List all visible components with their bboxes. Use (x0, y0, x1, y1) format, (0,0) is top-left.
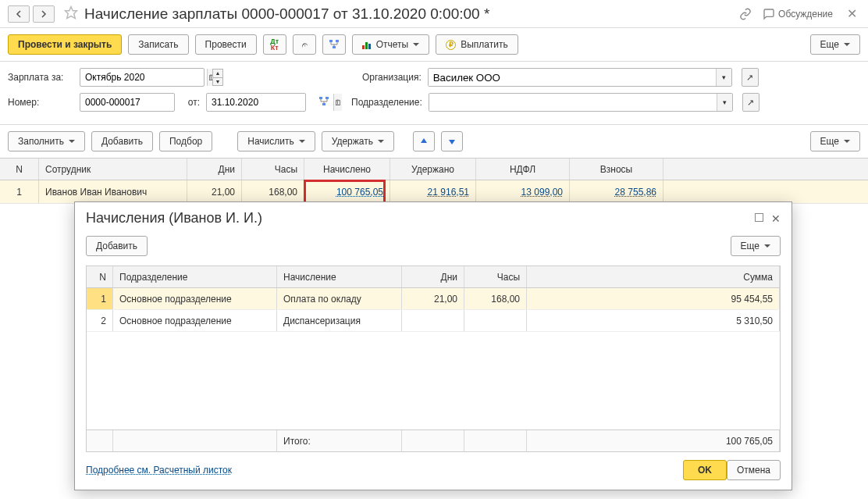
pick-button[interactable]: Подбор (159, 131, 212, 151)
payslip-link[interactable]: Подробнее см. Расчетный листок (86, 465, 232, 476)
popup-close-button[interactable]: ✕ (771, 212, 781, 225)
accrued-link[interactable]: 100 765,05 (336, 187, 383, 198)
num-label: Номер: (8, 97, 73, 108)
pay-button[interactable]: ₽ Выплатить (436, 34, 518, 55)
dept-input[interactable] (429, 94, 717, 111)
dcol-dept[interactable]: Подразделение (113, 266, 277, 287)
popup-more-button[interactable]: Еще (731, 236, 781, 256)
svg-rect-3 (333, 46, 336, 48)
ndfl-link[interactable]: 13 099,00 (521, 187, 563, 198)
col-employee[interactable]: Сотрудник (39, 159, 187, 180)
col-hours[interactable]: Часы (242, 159, 304, 180)
dcol-hours[interactable]: Часы (464, 266, 527, 287)
popup-add-button[interactable]: Добавить (86, 236, 148, 256)
command-bar: Провести и закрыть Записать Провести ДтК… (0, 28, 868, 62)
cell-n: 1 (0, 180, 39, 203)
link-icon[interactable] (739, 8, 752, 20)
cell-accrued[interactable]: 100 765,05 (304, 180, 390, 203)
salary-for-label: Зарплата за: (8, 72, 73, 83)
total-label: Итого: (277, 430, 402, 451)
dcol-n[interactable]: N (87, 266, 113, 287)
attach-button[interactable]: 𝄐 (293, 34, 316, 55)
table-row[interactable]: 1 Иванов Иван Иванович 21,00 168,00 100 … (0, 180, 868, 204)
cell-days: 21,00 (187, 180, 242, 203)
save-button[interactable]: Записать (128, 34, 188, 55)
ok-button[interactable]: OK (683, 460, 727, 480)
col-contrib[interactable]: Взносы (570, 159, 663, 180)
salary-for-input[interactable] (80, 69, 207, 86)
cell-ndfl[interactable]: 13 099,00 (476, 180, 570, 203)
dtkt-icon: ДтКт (270, 38, 279, 51)
pay-label: Выплатить (461, 39, 508, 50)
add-button[interactable]: Добавить (91, 131, 153, 151)
cancel-button[interactable]: Отмена (727, 460, 781, 480)
details-footer: Итого: 100 765,05 (87, 429, 780, 451)
ruble-icon: ₽ (446, 40, 456, 50)
dcol-sum[interactable]: Сумма (527, 266, 780, 287)
details-table: N Подразделение Начисление Дни Часы Сумм… (86, 266, 781, 452)
col-days[interactable]: Дни (187, 159, 242, 180)
svg-marker-0 (66, 7, 77, 19)
col-n[interactable]: N (0, 159, 39, 180)
form-fields: Зарплата за: 🗓 ▲▼ Организация: ▾ ↗ Номер… (0, 62, 868, 125)
popup-title: Начисления (Иванов И. И.) (86, 210, 755, 226)
dtkt-button[interactable]: ДтКт (263, 34, 286, 55)
dept-icon (318, 96, 329, 109)
title-bar: Начисление зарплаты 0000-000017 от 31.10… (0, 0, 868, 28)
post-and-close-button[interactable]: Провести и закрыть (8, 34, 122, 55)
move-down-button[interactable] (441, 131, 463, 151)
col-deducted[interactable]: Удержано (390, 159, 476, 180)
month-stepper[interactable]: ▲▼ (212, 69, 223, 86)
move-up-button[interactable] (413, 131, 435, 151)
tree-icon (329, 39, 340, 50)
contrib-link[interactable]: 28 755,86 (615, 187, 656, 198)
forward-button[interactable] (33, 5, 55, 23)
reports-label: Отчеты (376, 39, 408, 50)
col-accrued[interactable]: Начислено (304, 159, 390, 180)
cell-deducted[interactable]: 21 916,51 (390, 180, 476, 203)
page-title: Начисление зарплаты 0000-000017 от 31.10… (84, 5, 739, 23)
details-row[interactable]: 2 Основное подразделение Диспансеризация… (87, 310, 780, 332)
deducted-link[interactable]: 21 916,51 (428, 187, 469, 198)
chart-icon (362, 40, 372, 49)
svg-rect-1 (329, 40, 333, 42)
back-button[interactable] (8, 5, 30, 23)
chevron-down-icon[interactable]: ▾ (716, 69, 731, 86)
discuss-link[interactable]: Обсуждение (763, 8, 833, 20)
table-header: N Сотрудник Дни Часы Начислено Удержано … (0, 159, 868, 180)
paperclip-icon: 𝄐 (299, 37, 309, 52)
more-button[interactable]: Еще (810, 34, 860, 55)
details-row[interactable]: 1 Основное подразделение Оплата по оклад… (87, 288, 780, 310)
table-more-button[interactable]: Еще (810, 131, 860, 151)
svg-rect-5 (326, 97, 329, 99)
open-dept-button[interactable]: ↗ (742, 93, 760, 112)
close-icon[interactable]: ✕ (844, 6, 860, 21)
chevron-down-icon[interactable]: ▾ (717, 94, 732, 111)
favorite-icon[interactable] (64, 5, 78, 22)
dcol-days[interactable]: Дни (402, 266, 464, 287)
org-select[interactable]: ▾ (428, 68, 732, 87)
dept-select[interactable]: ▾ (429, 93, 733, 112)
dcol-accrual[interactable]: Начисление (277, 266, 402, 287)
reports-button[interactable]: Отчеты (352, 34, 429, 55)
maximize-button[interactable] (755, 213, 763, 224)
total-value: 100 765,05 (527, 430, 780, 451)
fill-button[interactable]: Заполнить (8, 131, 85, 151)
dept-label: Подразделение: (336, 97, 422, 108)
svg-rect-2 (336, 40, 339, 42)
post-button[interactable]: Провести (195, 34, 257, 55)
col-ndfl[interactable]: НДФЛ (476, 159, 570, 180)
org-input[interactable] (429, 69, 716, 86)
accrue-button[interactable]: Начислить (237, 131, 315, 151)
discuss-label: Обсуждение (778, 9, 833, 20)
svg-rect-4 (319, 97, 322, 99)
open-org-button[interactable]: ↗ (742, 68, 759, 87)
cell-hours: 168,00 (242, 180, 304, 203)
date-label: от: (181, 97, 200, 108)
more-label: Еще (820, 39, 839, 50)
date-input[interactable] (207, 94, 333, 111)
org-label: Организация: (347, 72, 422, 83)
deduct-button[interactable]: Удержать (322, 131, 394, 151)
cell-contrib[interactable]: 28 755,86 (570, 180, 663, 203)
structure-button[interactable] (322, 34, 346, 55)
